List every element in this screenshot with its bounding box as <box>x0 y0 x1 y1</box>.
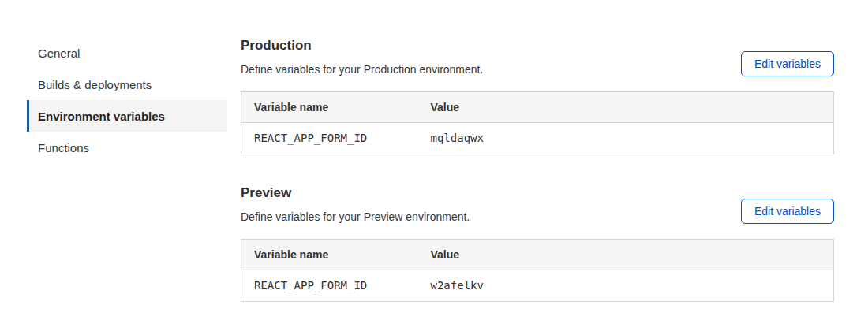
sidebar-item-functions[interactable]: Functions <box>27 132 227 163</box>
production-section-header: Production Define variables for your Pro… <box>241 37 834 76</box>
sidebar-item-label: General <box>38 46 80 60</box>
variable-value-cell: mqldaqwx <box>418 123 834 154</box>
preview-description: Define variables for your Preview enviro… <box>241 210 470 224</box>
preview-variables-table: Variable name Value REACT_APP_FORM_ID w2… <box>241 239 834 302</box>
sidebar-item-label: Functions <box>38 141 89 154</box>
production-section: Production Define variables for your Pro… <box>241 37 834 154</box>
table-header-row: Variable name Value <box>241 240 834 270</box>
preview-section-header: Preview Define variables for your Previe… <box>241 184 834 224</box>
table-header-row: Variable name Value <box>241 92 834 123</box>
table-row: REACT_APP_FORM_ID mqldaqwx <box>241 123 834 154</box>
column-header-variable-name: Variable name <box>241 240 418 270</box>
sidebar-item-general[interactable]: General <box>27 37 227 69</box>
column-header-value: Value <box>418 92 834 123</box>
sidebar-item-label: Environment variables <box>38 110 165 123</box>
variable-name-cell: REACT_APP_FORM_ID <box>241 270 418 302</box>
settings-page: General Builds & deployments Environment… <box>0 0 868 302</box>
preview-header-text: Preview Define variables for your Previe… <box>241 184 470 224</box>
sidebar-item-environment-variables[interactable]: Environment variables <box>27 100 227 132</box>
production-header-text: Production Define variables for your Pro… <box>241 37 483 76</box>
production-edit-variables-button[interactable]: Edit variables <box>741 51 834 76</box>
production-description: Define variables for your Production env… <box>241 62 483 76</box>
variable-value-cell: w2afelkv <box>418 270 834 302</box>
column-header-value: Value <box>418 240 834 270</box>
preview-edit-variables-button[interactable]: Edit variables <box>741 199 834 224</box>
preview-section: Preview Define variables for your Previe… <box>241 184 834 302</box>
production-variables-table: Variable name Value REACT_APP_FORM_ID mq… <box>241 91 834 154</box>
table-row: REACT_APP_FORM_ID w2afelkv <box>241 270 834 302</box>
preview-title: Preview <box>241 184 470 202</box>
production-title: Production <box>241 37 483 54</box>
column-header-variable-name: Variable name <box>241 92 418 123</box>
settings-sidebar: General Builds & deployments Environment… <box>27 37 227 302</box>
variable-name-cell: REACT_APP_FORM_ID <box>241 123 418 154</box>
sidebar-item-builds-deployments[interactable]: Builds & deployments <box>27 69 227 100</box>
settings-content: Production Define variables for your Pro… <box>241 37 834 302</box>
sidebar-item-label: Builds & deployments <box>38 78 152 91</box>
